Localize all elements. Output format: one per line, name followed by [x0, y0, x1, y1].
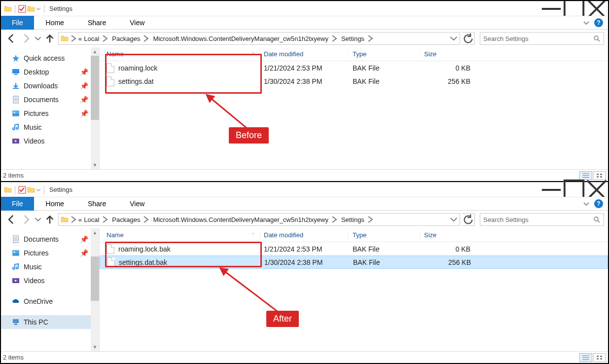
search-icon — [593, 35, 601, 42]
sidebar-scrollbar[interactable]: ▲▼ — [91, 228, 99, 351]
search-placeholder: Search Settings — [483, 216, 529, 223]
sidebar-item-downloads[interactable]: Downloads 📌 — [1, 79, 99, 93]
chevron-right-icon[interactable] — [330, 35, 338, 42]
tab-home[interactable]: Home — [34, 19, 76, 27]
chevron-right-icon[interactable] — [70, 35, 77, 42]
sidebar-item-label: Quick access — [24, 54, 65, 62]
sidebar-item-documents[interactable]: Documents 📌 — [1, 232, 99, 246]
chevron-right-icon[interactable] — [70, 216, 77, 223]
column-size[interactable]: Size — [420, 50, 474, 58]
tab-view[interactable]: View — [118, 200, 156, 208]
column-date[interactable]: Date modified — [260, 50, 349, 58]
file-size: 256 KB — [421, 258, 475, 266]
search-input[interactable]: Search Settings — [480, 32, 604, 45]
breadcrumb-0[interactable]: Local — [83, 216, 110, 223]
table-row[interactable]: settings.dat.bak 1/30/2024 2:38 PM BAK F… — [100, 255, 608, 269]
back-button[interactable] — [5, 213, 18, 226]
column-size[interactable]: Size — [420, 231, 474, 239]
close-button[interactable] — [585, 182, 608, 197]
column-name[interactable]: Name˄ — [100, 50, 260, 58]
tab-file[interactable]: File — [1, 197, 34, 211]
breadcrumb-0[interactable]: Local — [83, 35, 110, 42]
ribbon-expand-icon[interactable] — [581, 18, 591, 28]
view-details-button[interactable] — [579, 353, 592, 362]
maximize-button[interactable] — [563, 182, 585, 197]
chevron-right-icon[interactable] — [101, 216, 109, 223]
forward-button[interactable] — [20, 32, 33, 45]
ribbon-expand-icon[interactable] — [581, 199, 591, 209]
tab-share[interactable]: Share — [76, 200, 118, 208]
help-button[interactable]: ? — [594, 18, 603, 27]
table-row[interactable]: roaming.lock 1/21/2024 2:53 PM BAK File … — [100, 61, 608, 74]
column-date[interactable]: Date modified — [260, 231, 349, 239]
file-date: 1/21/2024 2:53 PM — [260, 245, 349, 253]
minimize-button[interactable] — [540, 1, 563, 16]
breadcrumb-1[interactable]: Packages — [111, 35, 151, 42]
search-icon — [593, 216, 601, 223]
sidebar-item-quick-access[interactable]: Quick access — [1, 51, 99, 65]
sidebar-item-pictures[interactable]: Pictures 📌 — [1, 246, 99, 260]
help-button[interactable]: ? — [594, 199, 603, 208]
sidebar-item-label: Desktop — [24, 68, 49, 76]
sidebar-item-music[interactable]: Music — [1, 260, 99, 274]
tab-home[interactable]: Home — [34, 200, 76, 208]
chevron-right-icon[interactable] — [101, 35, 109, 42]
music-icon — [12, 263, 20, 271]
forward-button[interactable] — [20, 213, 33, 226]
column-type[interactable]: Type — [349, 231, 420, 239]
search-input[interactable]: Search Settings — [480, 213, 604, 226]
breadcrumb-2[interactable]: Microsoft.Windows.ContentDeliveryManager… — [152, 35, 339, 42]
file-size: 256 KB — [420, 77, 474, 85]
tab-view[interactable]: View — [118, 19, 156, 27]
sidebar-item-music[interactable]: Music — [1, 120, 99, 134]
sidebar-item-documents[interactable]: Documents 📌 — [1, 93, 99, 107]
quick-checkbox-icon[interactable] — [18, 5, 26, 13]
folder-icon — [27, 5, 35, 13]
breadcrumb-3[interactable]: Settings — [340, 35, 375, 42]
sidebar-item-videos[interactable]: Videos — [1, 274, 99, 288]
tab-share[interactable]: Share — [76, 19, 118, 27]
sidebar-item-this-pc[interactable]: This PC — [1, 315, 99, 329]
address-dropdown-icon[interactable] — [450, 216, 458, 223]
qat-dropdown-icon[interactable] — [36, 5, 41, 13]
sidebar-item-onedrive[interactable]: OneDrive — [1, 294, 99, 308]
breadcrumb-3[interactable]: Settings — [340, 216, 375, 223]
chevron-right-icon[interactable] — [330, 216, 338, 223]
chevron-right-icon[interactable] — [366, 216, 374, 223]
ribbon: FileHomeShareView ? — [1, 16, 608, 30]
table-row[interactable]: roaming.lock.bak 1/21/2024 2:53 PM BAK F… — [100, 242, 608, 255]
history-dropdown-icon[interactable] — [35, 32, 41, 45]
sidebar-item-videos[interactable]: Videos — [1, 134, 99, 148]
tab-file[interactable]: File — [1, 16, 34, 30]
history-dropdown-icon[interactable] — [35, 213, 41, 226]
up-button[interactable] — [43, 32, 56, 45]
sidebar-scrollbar[interactable]: ▲▼ — [91, 47, 99, 169]
up-button[interactable] — [43, 213, 56, 226]
column-name[interactable]: Name˄ — [100, 231, 260, 239]
close-button[interactable] — [585, 1, 608, 16]
minimize-button[interactable] — [540, 182, 563, 197]
maximize-button[interactable] — [563, 1, 585, 16]
chevron-right-icon[interactable] — [142, 216, 150, 223]
qat-dropdown-icon[interactable] — [36, 186, 41, 194]
back-button[interactable] — [5, 32, 18, 45]
table-row[interactable]: settings.dat 1/30/2024 2:38 PM BAK File … — [100, 74, 608, 88]
svg-rect-27 — [597, 358, 599, 360]
column-type[interactable]: Type — [349, 50, 420, 58]
chevron-right-icon[interactable] — [366, 35, 374, 42]
refresh-button[interactable] — [462, 213, 475, 226]
view-icons-button[interactable] — [593, 353, 606, 362]
file-type: BAK File — [349, 64, 420, 72]
chevron-right-icon[interactable] — [142, 35, 150, 42]
breadcrumb-1[interactable]: Packages — [111, 216, 151, 223]
address-bar[interactable]: «LocalPackagesMicrosoft.Windows.ContentD… — [58, 213, 460, 226]
address-dropdown-icon[interactable] — [450, 35, 458, 42]
quick-checkbox-icon[interactable] — [18, 186, 26, 194]
address-bar[interactable]: «LocalPackagesMicrosoft.Windows.ContentD… — [58, 32, 460, 45]
videos-icon — [12, 277, 20, 285]
sidebar-item-pictures[interactable]: Pictures 📌 — [1, 107, 99, 120]
sidebar-item-desktop[interactable]: Desktop 📌 — [1, 65, 99, 79]
sidebar-item-label: Documents — [24, 235, 59, 243]
refresh-button[interactable] — [462, 32, 475, 45]
breadcrumb-2[interactable]: Microsoft.Windows.ContentDeliveryManager… — [152, 216, 339, 223]
